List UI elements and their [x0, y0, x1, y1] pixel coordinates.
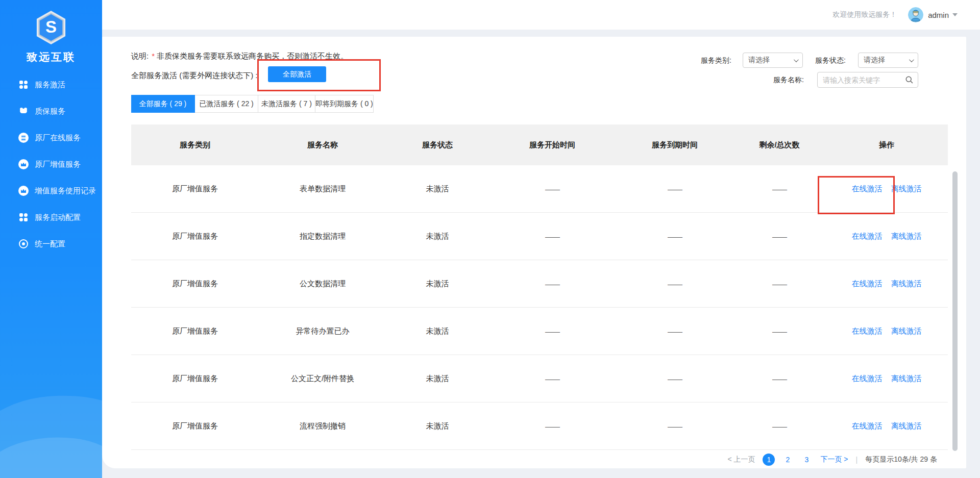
sidebar-item-label: 服务启动配置: [35, 213, 81, 222]
sidebar-item-label: 原厂在线服务: [35, 133, 81, 143]
online-activate-link[interactable]: 在线激活: [852, 232, 883, 241]
table-header-cell: 服务开始时间: [488, 124, 616, 165]
cell-actions: 在线激活 离线激活: [825, 213, 948, 260]
doc-circle-icon: [18, 133, 29, 143]
cell-service-status: 未激活: [386, 402, 488, 449]
cell-service-status: 未激活: [386, 165, 488, 212]
status-filter-label: 服务状态:: [815, 53, 846, 68]
offline-activate-link[interactable]: 离线激活: [891, 374, 922, 384]
sidebar-item[interactable]: 原厂增值服务: [0, 151, 102, 178]
category-filter-label: 服务类别:: [701, 53, 731, 68]
cell-service-status: 未激活: [386, 213, 488, 260]
tab[interactable]: 全部服务 ( 29 ): [131, 95, 195, 113]
cell-end-time: ——: [616, 308, 733, 355]
offline-activate-link[interactable]: 离线激活: [891, 184, 922, 194]
cell-actions: 在线激活 离线激活: [825, 355, 948, 402]
user-avatar[interactable]: [908, 7, 923, 22]
sidebar-menu: 服务激活 质保服务 原厂在线服务 原厂增值服务 增值服务使用记录: [0, 71, 102, 257]
tab-bar: 全部服务 ( 29 ) 已激活服务 ( 22 ) 未激活服务 ( 7 ) 即将到…: [131, 95, 374, 113]
activate-all-button[interactable]: 全部激活: [268, 66, 326, 82]
sidebar-item[interactable]: 服务激活: [0, 71, 102, 98]
crown-circle-icon: [18, 159, 29, 169]
logo-hexagon-icon: S: [35, 10, 67, 45]
status-select[interactable]: 请选择: [858, 53, 918, 68]
sidebar-item[interactable]: 质保服务: [0, 98, 102, 124]
cell-start-time: ——: [488, 308, 616, 355]
offline-activate-link[interactable]: 离线激活: [891, 326, 922, 336]
search-icon[interactable]: [905, 76, 914, 84]
cell-service-category: 原厂增值服务: [131, 308, 259, 355]
vertical-scrollbar-thumb[interactable]: [952, 171, 958, 451]
heart-icon: [18, 106, 29, 116]
sidebar-item[interactable]: 原厂在线服务: [0, 124, 102, 151]
cell-service-name: 公文数据清理: [259, 260, 386, 307]
notice-label: 说明:: [131, 52, 149, 60]
offline-activate-link[interactable]: 离线激活: [891, 232, 922, 241]
search-input[interactable]: [823, 76, 905, 84]
pagination: < 上一页 1 2 3 下一页 > | 每页显示10条/共 29 条: [727, 453, 937, 466]
online-activate-link[interactable]: 在线激活: [852, 184, 883, 194]
sidebar-item-label: 原厂增值服务: [35, 160, 81, 169]
table-row: 原厂增值服务 异常待办置已办 未激活 —— —— —— 在线激活 离线激活: [131, 308, 948, 355]
sidebar-item[interactable]: 增值服务使用记录: [0, 178, 102, 204]
cell-service-name: 异常待办置已办: [259, 308, 386, 355]
cell-service-category: 原厂增值服务: [131, 355, 259, 402]
cell-service-name: 公文正文/附件替换: [259, 355, 386, 402]
page-number[interactable]: 3: [800, 454, 813, 466]
page-number[interactable]: 2: [781, 454, 794, 466]
table-header-cell: 服务类别: [131, 124, 259, 165]
page-number[interactable]: 1: [763, 454, 775, 466]
table-row: 原厂增值服务 指定数据清理 未激活 —— —— —— 在线激活 离线激活: [131, 213, 948, 260]
table-row: 原厂增值服务 表单数据清理 未激活 —— —— —— 在线激活 离线激活: [131, 165, 948, 213]
sidebar-item[interactable]: 统一配置: [0, 231, 102, 257]
table-row: 原厂增值服务 流程强制撤销 未激活 —— —— —— 在线激活 离线激活: [131, 402, 948, 450]
sidebar-item-label: 服务激活: [35, 80, 65, 90]
search-box: [817, 72, 918, 88]
category-select[interactable]: 请选择: [743, 53, 803, 68]
table-header-cell: 操作: [825, 124, 948, 165]
name-filter-label: 服务名称:: [773, 72, 804, 87]
cell-service-category: 原厂增值服务: [131, 260, 259, 307]
cell-service-name: 表单数据清理: [259, 165, 386, 212]
chevron-down-icon[interactable]: [952, 13, 958, 16]
target-icon: [18, 239, 29, 249]
username[interactable]: admin: [928, 11, 949, 19]
online-activate-link[interactable]: 在线激活: [852, 374, 883, 384]
tab[interactable]: 未激活服务 ( 7 ): [258, 95, 315, 113]
cell-service-status: 未激活: [386, 308, 488, 355]
table-header-cell: 服务状态: [386, 124, 488, 165]
next-page-button[interactable]: 下一页 >: [820, 455, 848, 464]
cell-end-time: ——: [616, 355, 733, 402]
table-header-row: 服务类别 服务名称 服务状态 服务开始时间 服务到期时间 剩余/总次数 操作: [131, 124, 948, 165]
sidebar-item[interactable]: 服务启动配置: [0, 204, 102, 231]
required-asterisk: *: [152, 52, 155, 60]
pagination-summary: 每页显示10条/共 29 条: [865, 455, 937, 464]
avatar-person-icon: [908, 7, 923, 22]
grid-icon: [18, 212, 29, 222]
services-table: 服务类别 服务名称 服务状态 服务开始时间 服务到期时间 剩余/总次数 操作 原…: [131, 124, 948, 450]
cell-remaining-count: ——: [733, 260, 825, 307]
cell-service-category: 原厂增值服务: [131, 165, 259, 212]
previous-page-button[interactable]: < 上一页: [727, 455, 755, 464]
offline-activate-link[interactable]: 离线激活: [891, 279, 922, 289]
tab[interactable]: 即将到期服务 ( 0 ): [315, 95, 374, 113]
cell-remaining-count: ——: [733, 355, 825, 402]
chevron-down-icon: [909, 57, 914, 62]
cell-end-time: ——: [616, 165, 733, 212]
grid-icon: [18, 80, 29, 90]
table-row: 原厂增值服务 公文正文/附件替换 未激活 —— —— —— 在线激活 离线激活: [131, 355, 948, 402]
cell-actions: 在线激活 离线激活: [825, 308, 948, 355]
cell-actions: 在线激活 离线激活: [825, 402, 948, 449]
tab[interactable]: 已激活服务 ( 22 ): [195, 95, 258, 113]
offline-activate-link[interactable]: 离线激活: [891, 421, 922, 431]
welcome-text: 欢迎使用致远服务！: [832, 10, 897, 19]
online-activate-link[interactable]: 在线激活: [852, 421, 883, 431]
cell-service-status: 未激活: [386, 260, 488, 307]
cell-start-time: ——: [488, 355, 616, 402]
online-activate-link[interactable]: 在线激活: [852, 326, 883, 336]
cell-remaining-count: ——: [733, 213, 825, 260]
svg-text:S: S: [45, 17, 57, 36]
online-activate-link[interactable]: 在线激活: [852, 279, 883, 289]
cell-start-time: ——: [488, 260, 616, 307]
sidebar-item-label: 统一配置: [35, 239, 65, 249]
